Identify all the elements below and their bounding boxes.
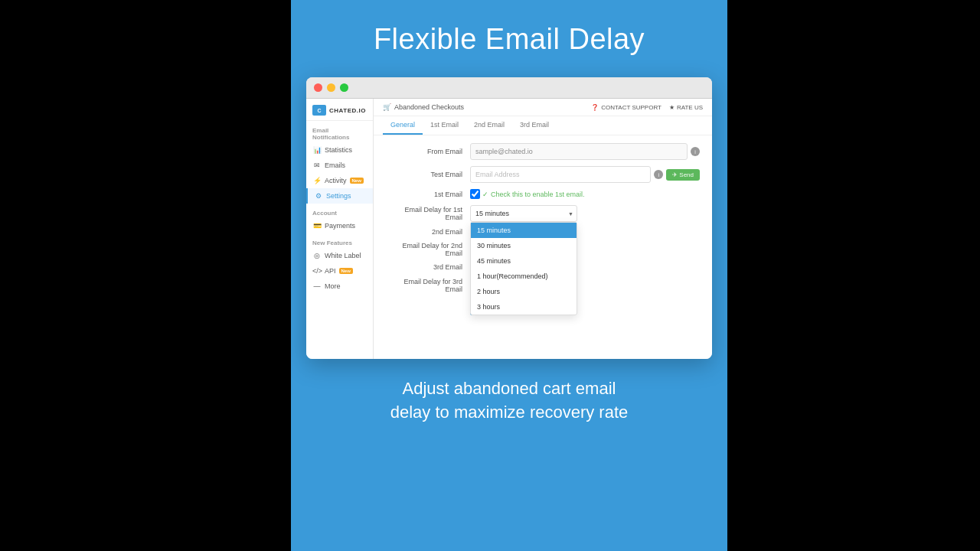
left-black-panel bbox=[0, 0, 291, 551]
tab-3rd-email[interactable]: 3rd Email bbox=[512, 116, 557, 135]
top-bar: 🛒 Abandoned Checkouts ❓ CONTACT SUPPORT … bbox=[374, 99, 712, 116]
tab-2nd-email[interactable]: 2nd Email bbox=[466, 116, 512, 135]
activity-icon: ⚡ bbox=[312, 177, 322, 184]
sidebar-label-settings: Settings bbox=[326, 192, 351, 200]
breadcrumb-text: Abandoned Checkouts bbox=[394, 103, 464, 111]
sidebar-label-activity: Activity bbox=[325, 177, 347, 184]
statistics-icon: 📊 bbox=[312, 146, 322, 154]
send-icon: ✈ bbox=[672, 171, 678, 178]
sidebar-label-more: More bbox=[325, 282, 341, 290]
first-email-label: 1st Email bbox=[386, 191, 470, 198]
delay-3rd-label: Email Delay for 3rd Email bbox=[386, 278, 470, 293]
api-badge: New bbox=[339, 268, 353, 274]
section-account: Account bbox=[306, 204, 373, 218]
settings-icon: ⚙ bbox=[314, 192, 323, 200]
sidebar-label-statistics: Statistics bbox=[325, 146, 352, 154]
from-email-input[interactable] bbox=[470, 143, 688, 160]
sidebar-item-api[interactable]: </> API New bbox=[306, 263, 373, 279]
app-layout: C CHATED.IO Email Notifications 📊 Statis… bbox=[306, 99, 712, 359]
first-email-checkbox-text: Check this to enable 1st email. bbox=[491, 191, 585, 198]
breadcrumb: 🛒 Abandoned Checkouts bbox=[383, 103, 464, 111]
support-question-icon: ❓ bbox=[591, 104, 599, 111]
sidebar-label-payments: Payments bbox=[325, 222, 355, 230]
sidebar-item-payments[interactable]: 💳 Payments bbox=[306, 218, 373, 233]
form-area: From Email i Test Email i ✈ Send bbox=[374, 135, 712, 359]
sidebar-item-more[interactable]: — More bbox=[306, 279, 373, 294]
first-email-checkbox[interactable] bbox=[470, 189, 480, 199]
section-email-notifications: Email Notifications bbox=[306, 121, 373, 142]
contact-support-button[interactable]: ❓ CONTACT SUPPORT bbox=[591, 104, 662, 111]
dropdown-item-15min[interactable]: 15 minutes bbox=[471, 223, 577, 238]
test-email-input[interactable] bbox=[470, 166, 651, 183]
top-bar-actions: ❓ CONTACT SUPPORT ★ RATE US bbox=[591, 104, 703, 111]
dropdown-item-45min[interactable]: 45 minutes bbox=[471, 253, 577, 269]
minimize-dot bbox=[327, 83, 335, 92]
first-email-row: 1st Email ✓ Check this to enable 1st ema… bbox=[386, 189, 700, 199]
white-label-icon: ◎ bbox=[312, 252, 322, 259]
sidebar-item-emails[interactable]: ✉ Emails bbox=[306, 158, 373, 173]
star-icon: ★ bbox=[669, 104, 675, 111]
payments-icon: 💳 bbox=[312, 222, 322, 230]
browser-window: C CHATED.IO Email Notifications 📊 Statis… bbox=[306, 77, 712, 359]
dropdown-item-3hours[interactable]: 3 hours bbox=[471, 299, 577, 315]
second-email-label: 2nd Email bbox=[386, 228, 470, 236]
delay-1st-select-wrapper: 15 minutes 30 minutes 45 minutes 1 hour(… bbox=[470, 205, 577, 222]
sidebar: C CHATED.IO Email Notifications 📊 Statis… bbox=[306, 99, 374, 359]
rate-label: RATE US bbox=[677, 104, 703, 111]
sidebar-item-statistics[interactable]: 📊 Statistics bbox=[306, 142, 373, 158]
activity-badge: New bbox=[350, 178, 364, 184]
delay-1st-label: Email Delay for 1st Email bbox=[386, 206, 470, 221]
section-new-features: New Features bbox=[306, 233, 373, 248]
browser-titlebar bbox=[306, 77, 712, 99]
sidebar-item-activity[interactable]: ⚡ Activity New bbox=[306, 173, 373, 188]
tab-1st-email[interactable]: 1st Email bbox=[423, 116, 466, 135]
test-email-label: Test Email bbox=[386, 171, 470, 178]
tab-general[interactable]: General bbox=[383, 116, 423, 135]
tabs-bar: General 1st Email 2nd Email 3rd Email bbox=[374, 116, 712, 135]
test-email-info-icon: i bbox=[654, 170, 663, 179]
third-email-label: 3rd Email bbox=[386, 263, 470, 271]
dropdown-item-1hour[interactable]: 1 hour(Recommended) bbox=[471, 269, 577, 284]
api-icon: </> bbox=[312, 267, 322, 275]
sidebar-label-emails: Emails bbox=[325, 161, 345, 169]
logo-icon: C bbox=[312, 105, 326, 116]
subtitle-text: Adjust abandoned cart emaildelay to maxi… bbox=[390, 377, 629, 425]
from-email-row: From Email i bbox=[386, 143, 700, 160]
from-email-label: From Email bbox=[386, 148, 470, 155]
send-label: Send bbox=[679, 171, 694, 178]
test-email-row: Test Email i ✈ Send bbox=[386, 166, 700, 183]
delay-2nd-label: Email Delay for 2nd Email bbox=[386, 242, 470, 257]
delay-dropdown-open: 15 minutes 30 minutes 45 minutes 1 hour(… bbox=[470, 222, 577, 315]
dropdown-item-30min[interactable]: 30 minutes bbox=[471, 238, 577, 253]
delay-1st-select[interactable]: 15 minutes 30 minutes 45 minutes 1 hour(… bbox=[470, 205, 577, 222]
emails-icon: ✉ bbox=[312, 161, 322, 169]
from-email-info-icon: i bbox=[691, 147, 700, 156]
sidebar-label-white-label: White Label bbox=[325, 252, 361, 259]
checkmark-icon: ✓ bbox=[482, 191, 488, 198]
close-dot bbox=[314, 83, 322, 92]
breadcrumb-icon: 🛒 bbox=[383, 103, 391, 111]
more-icon: — bbox=[312, 282, 322, 290]
sidebar-label-api: API bbox=[325, 267, 336, 275]
sidebar-item-white-label[interactable]: ◎ White Label bbox=[306, 248, 373, 263]
dropdown-item-2hours[interactable]: 2 hours bbox=[471, 284, 577, 299]
maximize-dot bbox=[340, 83, 348, 92]
page-title: Flexible Email Delay bbox=[374, 23, 645, 56]
first-email-checkbox-label: ✓ Check this to enable 1st email. bbox=[470, 189, 585, 199]
support-label: CONTACT SUPPORT bbox=[601, 104, 662, 111]
main-content: 🛒 Abandoned Checkouts ❓ CONTACT SUPPORT … bbox=[374, 99, 712, 359]
delay-1st-row: Email Delay for 1st Email 15 minutes 30 … bbox=[386, 205, 700, 222]
logo-text: CHATED.IO bbox=[329, 107, 366, 114]
center-panel: Flexible Email Delay C CHATED.IO Email N… bbox=[291, 0, 727, 551]
right-black-panel bbox=[727, 0, 980, 551]
sidebar-item-settings[interactable]: ⚙ Settings bbox=[306, 188, 373, 204]
sidebar-logo: C CHATED.IO bbox=[306, 99, 373, 121]
rate-us-button[interactable]: ★ RATE US bbox=[669, 104, 703, 111]
send-button[interactable]: ✈ Send bbox=[666, 169, 700, 181]
